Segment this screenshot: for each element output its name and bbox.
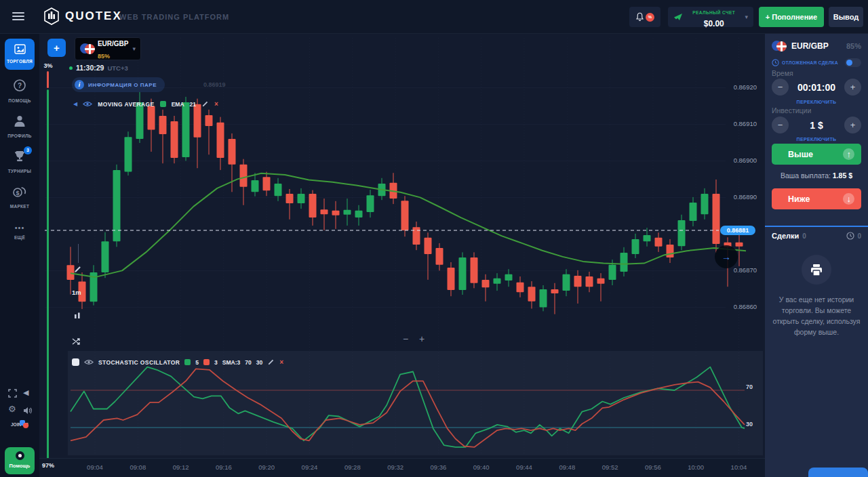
time-increase-button[interactable]: + <box>844 79 861 96</box>
pending-trade-row[interactable]: ОТЛОЖЕННАЯ СДЕЛКА <box>772 58 861 67</box>
time-axis-label: 09:48 <box>553 463 581 471</box>
sidebar-item-market[interactable]: $ МАРКЕТ <box>0 184 39 209</box>
stoch-upper-label: 70 <box>746 383 753 390</box>
crosshair-line <box>78 244 79 263</box>
call-up-button[interactable]: Выше ↑ <box>772 144 861 165</box>
pair-info-button[interactable]: i ИНФОРМАЦИЯ О ПАРЕ <box>72 77 165 92</box>
svg-text:?: ? <box>18 82 22 89</box>
asset-tab-eurgbp[interactable]: EUR/GBP 85% ▾ <box>75 37 141 60</box>
shuffle-arrows-icon[interactable] <box>72 336 81 348</box>
scroll-to-latest-button[interactable]: → <box>715 245 738 268</box>
high-watermark-price: 0.86919 <box>203 81 226 88</box>
trade-panel: EUR/GBP 85% ОТЛОЖЕННАЯ СДЕЛКА Время − 00… <box>765 34 868 477</box>
time-stepper: − 00:01:00 + <box>772 79 861 96</box>
stoch-d-swatch <box>203 359 210 365</box>
sidebar-item-trade[interactable]: ТОРГОВЛЯ <box>5 39 35 70</box>
time-decrease-button[interactable]: − <box>772 79 789 96</box>
eye-icon[interactable] <box>84 359 94 365</box>
trades-header[interactable]: Сделки 0 0 <box>772 232 861 240</box>
sidebar-item-tournaments[interactable]: 3 ТУРНИРЫ <box>0 149 39 173</box>
trades-history-tab[interactable]: 0 <box>846 232 861 240</box>
investment-increase-button[interactable]: + <box>844 117 861 133</box>
hamburger-menu-icon[interactable] <box>12 12 24 21</box>
record-dot-icon <box>16 451 24 460</box>
sidebar-item-profile[interactable]: ПРОФИЛЬ <box>0 114 39 138</box>
collapse-arrow-icon[interactable]: ◀ <box>73 101 77 107</box>
moving-average-indicator-row: ◀ MOVING AVERAGE EMA 21 × <box>73 100 218 108</box>
balance-value: $0.00 <box>704 19 724 28</box>
pencil-icon[interactable] <box>267 358 275 366</box>
deposit-button[interactable]: + Пополнение <box>759 7 824 27</box>
live-dot-icon <box>69 66 73 70</box>
notification-badge: % <box>646 13 654 22</box>
logo[interactable]: QUOTEX <box>43 7 122 25</box>
panel-pair-row[interactable]: EUR/GBP 85% <box>772 41 861 51</box>
time-axis-label: 09:36 <box>424 463 452 471</box>
price-axis-label: 0.86920 <box>734 83 757 91</box>
pair-name: EUR/GBP <box>791 41 842 51</box>
ma-period: 21 <box>190 101 196 108</box>
time-axis-label: 09:08 <box>123 463 152 471</box>
more-icon: ••• <box>15 224 25 232</box>
chart-pane[interactable]: 3% 97% + EUR/GBP 85% ▾ 11:30:29 UTC+3 i … <box>39 34 765 477</box>
tournaments-badge: 3 <box>24 146 32 154</box>
close-icon[interactable]: × <box>214 100 218 108</box>
clock-timezone: UTC+3 <box>107 64 127 72</box>
eye-icon[interactable] <box>83 101 92 107</box>
time-axis-label: 09:24 <box>296 463 324 471</box>
time-axis-label: 09:04 <box>81 463 109 471</box>
fullscreen-icon[interactable] <box>8 388 17 400</box>
draw-pencil-icon[interactable] <box>73 264 82 276</box>
put-down-button[interactable]: Ниже ↓ <box>772 188 861 209</box>
notifications-button[interactable]: % <box>629 7 660 27</box>
volume-icon[interactable] <box>23 405 33 417</box>
sentiment-down-percent: 97% <box>41 462 56 469</box>
timeframe-button[interactable]: 1m <box>72 289 81 296</box>
sidebar-item-help[interactable]: ? ПОМОЩЬ <box>0 79 39 103</box>
withdraw-button[interactable]: Вывод <box>829 7 863 27</box>
time-axis: 09:0409:0809:1209:1609:2009:2409:2809:32… <box>39 458 765 477</box>
time-axis-label: 09:16 <box>210 463 238 471</box>
settings-gear-icon[interactable]: ⚙ <box>8 404 16 414</box>
time-axis-label: 09:32 <box>381 463 410 471</box>
sidebar-item-more[interactable]: ••• ЕЩЁ <box>0 221 39 240</box>
chart-type-icon[interactable] <box>73 310 81 323</box>
time-axis-label: 09:28 <box>338 463 367 471</box>
join-us-button[interactable]: JOIN US <box>0 420 39 427</box>
account-selector[interactable]: РЕАЛЬНЫЙ СЧЕТ $0.00 ▾ <box>668 7 753 27</box>
support-help-button[interactable]: Помощь <box>5 447 35 474</box>
time-axis-label: 10:04 <box>725 463 753 471</box>
sentiment-bar-sell <box>47 71 49 88</box>
account-type-label: РЕАЛЬНЫЙ СЧЕТ <box>692 10 735 15</box>
market-icon: $ <box>12 184 28 202</box>
quotex-app: QUOTEX WEB TRADING PLATFORM % РЕАЛЬНЫЙ С… <box>0 0 868 477</box>
arrow-up-icon: ↑ <box>843 148 854 160</box>
time-value: 00:01:00 <box>797 82 835 93</box>
clock-icon <box>772 59 779 66</box>
add-asset-button[interactable]: + <box>47 39 66 57</box>
pending-toggle[interactable] <box>845 58 861 67</box>
back-arrow-icon[interactable]: ◀ <box>23 388 28 397</box>
zoom-out-button[interactable]: − <box>403 333 408 344</box>
info-icon: i <box>75 80 84 89</box>
pair-payout: 85% <box>98 53 110 60</box>
support-chat-button[interactable] <box>808 468 868 477</box>
zoom-in-button[interactable]: + <box>419 333 425 344</box>
section-progress-divider <box>765 226 868 227</box>
time-axis-label: 09:12 <box>167 463 195 471</box>
stoch-k-swatch <box>184 359 191 365</box>
close-icon[interactable]: × <box>279 358 283 366</box>
current-price-badge: 0.86881 <box>720 226 755 235</box>
pencil-icon[interactable] <box>201 100 209 108</box>
clock-time: 11:30:29 <box>76 64 104 72</box>
indicator-name: MOVING AVERAGE <box>98 101 155 108</box>
platform-subtitle: WEB TRADING PLATFORM <box>119 13 229 21</box>
investment-decrease-button[interactable]: − <box>772 117 789 133</box>
drag-handle-icon[interactable] <box>72 358 79 366</box>
switch-investment-link[interactable]: ПЕРЕКЛЮЧИТЬ <box>772 137 861 142</box>
switch-time-link[interactable]: ПЕРЕКЛЮЧИТЬ <box>772 100 861 104</box>
time-axis-label: 09:20 <box>252 463 281 471</box>
svg-text:$: $ <box>16 190 19 196</box>
history-count: 0 <box>857 232 861 240</box>
chevron-down-icon: ▾ <box>132 45 136 52</box>
